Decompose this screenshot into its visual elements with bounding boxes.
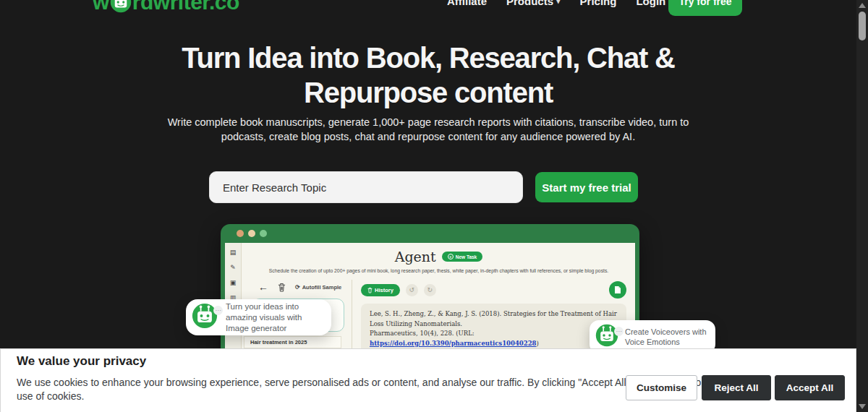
robot-avatar: ⋯: [192, 303, 218, 332]
trash-icon[interactable]: [278, 283, 286, 292]
window-dot-close: [237, 230, 244, 237]
export-document-button[interactable]: [609, 281, 626, 299]
window-dot-minimize: [248, 230, 255, 237]
document-icon: [614, 286, 621, 294]
page: w rdwriter.co Affiliate Products ▾ Prici…: [0, 0, 868, 412]
cookie-text-line2: use of cookies.: [17, 390, 719, 403]
sample-topic[interactable]: Hair treatment in 2025: [244, 336, 341, 348]
ellipsis-bubble-icon: ⋯: [213, 306, 223, 315]
autofill-sample-label: Autofill Sample: [302, 284, 342, 291]
hero-subtitle-line1: Write complete book manuscripts, generat…: [0, 115, 856, 129]
nav-item-label: Login: [636, 0, 665, 7]
window-controls: [237, 230, 267, 237]
history-trash-icon: [367, 287, 373, 293]
cookie-text-line1: We use cookies to enhance your browsing …: [17, 376, 719, 390]
chevron-down-icon: ▾: [556, 0, 561, 6]
hero-subtitle-line2: podcasts, create blog posts, chat and re…: [0, 129, 856, 144]
image-generator-tooltip: ⋯ Turn your ideas into amazing visuals w…: [186, 299, 331, 335]
vertical-scrollbar[interactable]: [856, 0, 868, 412]
nav-item-pricing[interactable]: Pricing: [580, 0, 617, 7]
history-button[interactable]: History: [361, 284, 400, 296]
page-title-line2: Repurpose content: [0, 75, 856, 110]
refresh-icon: ⟳: [295, 284, 300, 291]
agent-header: Agent + New Task: [242, 249, 635, 265]
nav-item-label: Pricing: [580, 0, 617, 7]
nav-item-login[interactable]: Login: [636, 0, 665, 7]
agent-title: Agent: [395, 249, 436, 265]
edit-icon[interactable]: ✎: [230, 265, 236, 271]
citation-doi-link[interactable]: https://doi.org/10.3390/pharmaceutics100…: [370, 340, 536, 347]
plus-icon: +: [448, 254, 454, 259]
nav-item-products[interactable]: Products ▾: [506, 0, 561, 7]
logo-text-start: w: [93, 0, 109, 14]
research-topic-input[interactable]: [209, 171, 523, 203]
redo-icon[interactable]: ↻: [424, 284, 436, 296]
app-preview-window: ▤ ✎ ▣ ▥ ⊞ Agent + New Task Schedule the …: [221, 224, 639, 369]
logo[interactable]: w rdwriter.co: [93, 0, 239, 14]
new-task-label: New Task: [456, 254, 477, 259]
try-for-free-button[interactable]: Try for free: [668, 0, 742, 16]
autofill-sample-button[interactable]: ⟳ Autofill Sample: [295, 284, 341, 291]
scroll-up-arrow-icon[interactable]: [859, 3, 866, 8]
reject-all-button[interactable]: Reject All: [702, 375, 771, 400]
cookie-title: We value your privacy: [17, 354, 146, 369]
main-nav: Affiliate Products ▾ Pricing Login: [447, 0, 665, 7]
hero-subtitle: Write complete book manuscripts, generat…: [0, 115, 856, 144]
nav-item-label: Products: [506, 0, 553, 7]
citation-line2: Pharmaceutics, 10(4), 228. (URL:: [370, 330, 475, 337]
voiceover-tooltip-text: Create Voiceovers with Voice Emotions: [625, 327, 710, 347]
robot-avatar: ⋯: [595, 324, 618, 350]
nav-item-affiliate[interactable]: Affiliate: [447, 0, 487, 7]
accept-all-button[interactable]: Accept All: [775, 375, 845, 400]
scroll-down-arrow-icon[interactable]: [859, 404, 866, 409]
book-icon[interactable]: ▤: [230, 249, 237, 256]
new-task-button[interactable]: + New Task: [442, 252, 483, 262]
agent-description: Schedule the creation of upto 200+ pages…: [242, 268, 635, 273]
right-toolbar: History ↺ ↻: [361, 281, 626, 299]
ellipsis-bubble-icon: ⋯: [614, 327, 624, 336]
nav-item-label: Affiliate: [447, 0, 487, 7]
page-title-line1: Turn Idea into Book, Research, Chat &: [0, 40, 856, 75]
logo-text-end: rdwriter.co: [132, 0, 239, 14]
scrollbar-thumb[interactable]: [859, 12, 866, 40]
image-generator-tooltip-text: Turn your ideas into amazing visuals wit…: [226, 301, 324, 334]
left-toolbar: ← ⟳ Autofill Sample: [242, 280, 352, 294]
page-title: Turn Idea into Book, Research, Chat & Re…: [0, 40, 856, 110]
undo-icon[interactable]: ↺: [406, 284, 418, 296]
start-free-trial-button[interactable]: Start my free trial: [535, 172, 638, 202]
window-dot-maximize: [260, 230, 267, 237]
image-icon[interactable]: ▣: [230, 280, 237, 286]
citation-line1: Lee, S. H., Zheng, Z., & Kang, J. S. (20…: [370, 310, 617, 327]
citation-suffix: ): [536, 340, 538, 347]
robot-logo-icon: [110, 0, 132, 13]
cookie-text: We use cookies to enhance your browsing …: [17, 376, 719, 403]
back-arrow-icon[interactable]: ←: [258, 281, 268, 293]
history-label: History: [375, 287, 393, 293]
customise-button[interactable]: Customise: [626, 375, 697, 400]
